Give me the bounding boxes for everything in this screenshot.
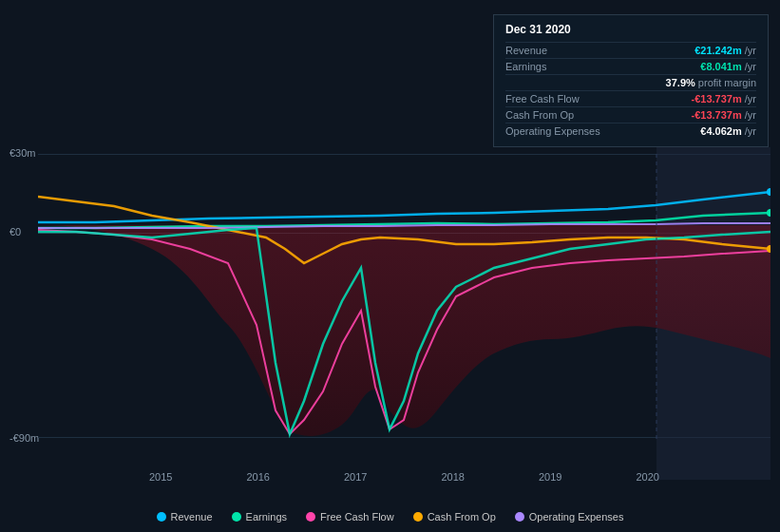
legend-dot-cashfromop <box>413 512 423 522</box>
tooltip-value-fcf: -€13.737m /yr <box>692 93 757 104</box>
tooltip-label-fcf: Free Cash Flow <box>505 93 580 104</box>
tooltip-label-earnings: Earnings <box>505 61 546 72</box>
x-label-2018: 2018 <box>441 471 464 483</box>
legend-label-opex: Operating Expenses <box>529 511 624 522</box>
tooltip-label-cashfromop: Cash From Op <box>505 109 574 121</box>
tooltip-value-earnings: €8.041m /yr <box>700 61 756 72</box>
tooltip-row-fcf: Free Cash Flow -€13.737m /yr <box>505 90 756 106</box>
x-label-2019: 2019 <box>539 471 561 483</box>
legend-dot-fcf <box>306 512 315 522</box>
legend-dot-opex <box>515 512 524 522</box>
tooltip-title: Dec 31 2020 <box>505 23 756 36</box>
x-axis: 2015 2016 2017 2018 2019 2020 <box>38 471 770 483</box>
tooltip-label-revenue: Revenue <box>505 45 547 56</box>
chart-svg <box>38 154 770 439</box>
legend: Revenue Earnings Free Cash Flow Cash Fro… <box>0 511 780 522</box>
y-label-top: €30m <box>10 147 36 159</box>
revenue-line <box>38 192 770 222</box>
legend-item-revenue[interactable]: Revenue <box>157 511 213 522</box>
tooltip-value-cashfromop: -€13.737m /yr <box>692 109 757 121</box>
tooltip-value-revenue: €21.242m /yr <box>694 45 756 56</box>
x-label-2017: 2017 <box>344 471 367 483</box>
svg-point-1 <box>767 188 770 196</box>
tooltip-value-opex: €4.062m /yr <box>700 125 756 137</box>
x-label-2015: 2015 <box>149 471 172 483</box>
tooltip-row-cashfromop: Cash From Op -€13.737m /yr <box>505 106 756 123</box>
legend-label-revenue: Revenue <box>171 511 213 522</box>
legend-label-fcf: Free Cash Flow <box>320 511 394 522</box>
legend-label-cashfromop: Cash From Op <box>428 511 496 522</box>
legend-item-fcf[interactable]: Free Cash Flow <box>306 511 394 522</box>
tooltip-row-earnings: Earnings €8.041m /yr <box>505 58 756 74</box>
tooltip-profit-margin: 37.9% profit margin <box>505 74 756 90</box>
tooltip-label-opex: Operating Expenses <box>505 125 600 137</box>
svg-point-3 <box>767 209 770 217</box>
tooltip-row-revenue: Revenue €21.242m /yr <box>505 42 756 58</box>
legend-dot-earnings <box>232 512 241 522</box>
tooltip-box: Dec 31 2020 Revenue €21.242m /yr Earning… <box>493 14 769 147</box>
x-label-2020: 2020 <box>636 471 658 483</box>
legend-item-opex[interactable]: Operating Expenses <box>515 511 624 522</box>
legend-item-earnings[interactable]: Earnings <box>232 511 287 522</box>
tooltip-row-opex: Operating Expenses €4.062m /yr <box>505 123 756 139</box>
legend-item-cashfromop[interactable]: Cash From Op <box>413 511 496 522</box>
y-label-zero: €0 <box>10 226 21 238</box>
x-label-2016: 2016 <box>246 471 269 483</box>
legend-dot-revenue <box>157 512 166 522</box>
legend-label-earnings: Earnings <box>246 511 287 522</box>
y-label-bottom: -€90m <box>10 432 39 444</box>
